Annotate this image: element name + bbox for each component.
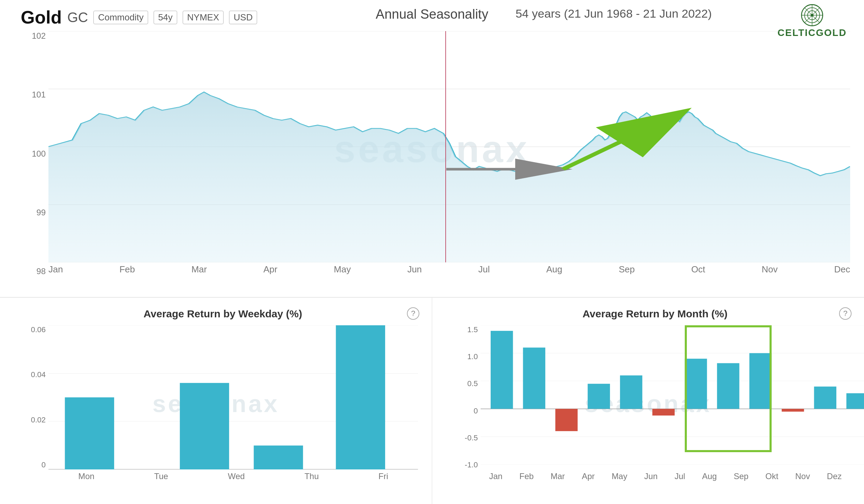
chart-title: Gold — [21, 7, 62, 28]
top-chart-area: 102 101 100 99 98 — [28, 31, 850, 276]
monthly-x-axis: Jan Feb Mar Apr May Jun Jul Aug Sep Okt … — [481, 469, 850, 483]
weekday-chart-title: Average Return by Weekday (%) — [28, 308, 418, 320]
chart-date-range: 54 years (21 Jun 1968 - 21 Jun 2022) — [516, 7, 712, 20]
svg-rect-39 — [717, 363, 739, 409]
weekday-help-icon[interactable]: ? — [407, 307, 419, 320]
svg-rect-34 — [555, 409, 577, 431]
bottom-charts: Average Return by Weekday (%) ? seasonax… — [0, 297, 864, 504]
x-label-oct: Oct — [691, 264, 705, 275]
x-axis: Jan Feb Mar Apr May Jun Jul Aug Sep Oct … — [48, 262, 850, 276]
weekday-bars — [48, 325, 418, 469]
x-label-dec: Dec — [834, 264, 850, 275]
y-label-102: 102 — [32, 31, 46, 41]
svg-rect-24 — [254, 446, 303, 469]
x-label-may: May — [334, 264, 351, 275]
svg-rect-40 — [749, 353, 772, 409]
chart-ticker: GC — [67, 10, 88, 25]
svg-rect-23 — [180, 383, 229, 469]
x-label-nov: Nov — [762, 264, 777, 275]
chart-header: Gold GC Commodity 54y NYMEX USD — [21, 7, 257, 28]
monthly-chart: Average Return by Month (%) ? seasonax 1… — [432, 297, 864, 504]
y-label-99: 99 — [36, 208, 46, 217]
y-axis: 102 101 100 99 98 — [28, 31, 48, 276]
svg-rect-38 — [685, 359, 707, 409]
weekday-chart: Average Return by Weekday (%) ? seasonax… — [0, 297, 432, 504]
x-label-aug: Aug — [546, 264, 562, 275]
weekday-chart-svg — [48, 325, 418, 469]
svg-rect-42 — [814, 386, 836, 409]
y-label-100: 100 — [32, 149, 46, 159]
svg-rect-22 — [65, 398, 114, 470]
chart-center-title: Annual Seasonality — [376, 7, 488, 22]
x-label-mar: Mar — [191, 264, 207, 275]
celtic-circle-icon — [800, 3, 824, 27]
weekday-bar-area: 0.06 0.04 0.02 0 — [28, 325, 418, 483]
tag-currency[interactable]: USD — [229, 11, 257, 24]
tag-exchange[interactable]: NYMEX — [183, 11, 224, 24]
svg-rect-35 — [588, 384, 610, 409]
svg-point-7 — [811, 14, 814, 17]
x-label-jan: Jan — [48, 264, 63, 275]
svg-rect-33 — [523, 347, 545, 409]
monthly-chart-svg — [481, 325, 864, 465]
top-chart-container: Gold GC Commodity 54y NYMEX USD Annual S… — [0, 0, 864, 297]
tag-commodity[interactable]: Commodity — [93, 11, 148, 24]
monthly-chart-title: Average Return by Month (%) — [460, 308, 850, 320]
monthly-help-icon[interactable]: ? — [839, 307, 852, 320]
svg-rect-43 — [846, 393, 864, 409]
main-chart-svg — [48, 31, 850, 262]
weekday-y-axis: 0.06 0.04 0.02 0 — [28, 325, 48, 469]
svg-rect-37 — [652, 409, 674, 416]
y-label-101: 101 — [32, 90, 46, 100]
chart-plot — [48, 31, 850, 262]
tag-years[interactable]: 54y — [154, 11, 177, 24]
x-label-jul: Jul — [478, 264, 490, 275]
x-label-apr: Apr — [263, 264, 277, 275]
svg-rect-41 — [782, 409, 804, 412]
svg-rect-36 — [620, 375, 642, 409]
x-label-sep: Sep — [619, 264, 635, 275]
y-label-98: 98 — [36, 267, 46, 276]
svg-rect-32 — [491, 331, 513, 409]
vertical-line-jun — [445, 31, 446, 262]
x-label-jun: Jun — [407, 264, 422, 275]
monthly-y-axis: 1.5 1.0 0.5 0 -0.5 -1.0 — [460, 325, 481, 469]
x-label-feb: Feb — [119, 264, 135, 275]
main-container: Gold GC Commodity 54y NYMEX USD Annual S… — [0, 0, 864, 504]
monthly-bars — [481, 325, 864, 466]
svg-rect-25 — [336, 325, 385, 469]
weekday-x-axis: Mon Tue Wed Thu Fri — [48, 469, 418, 483]
monthly-bar-area: 1.5 1.0 0.5 0 -0.5 -1.0 — [460, 325, 850, 483]
